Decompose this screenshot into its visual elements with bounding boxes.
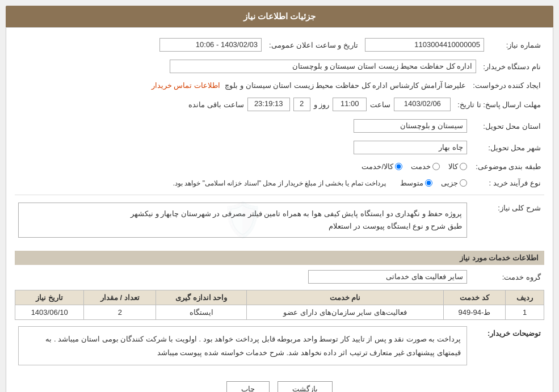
ijad-konande-label: ایجاد کننده درخواست: (469, 79, 544, 91)
remaining-label: ساعت باقی مانده (188, 100, 243, 109)
tabaghe-kala-khedmat-radio[interactable] (395, 163, 402, 170)
table-cell-5: 1403/06/10 (15, 305, 84, 320)
shahr-label: شهر محل تحویل: (470, 139, 544, 156)
col-tedad: تعداد / مقدار (84, 290, 156, 305)
name-dasgah-value: اداره کل حفاظت محیط زیست استان سیستان و … (170, 60, 476, 73)
contact-link[interactable]: اطلاعات تماس خریدار (152, 81, 220, 90)
mohlat-label: مهلت ارسال پاسخ: تا تاریخ: (454, 96, 544, 113)
col-vahed: واحد اندازه گیری (156, 290, 247, 305)
taarikh-value: 1403/02/03 - 10:06 (159, 38, 262, 52)
table-cell-3: ایستگاه (156, 305, 247, 320)
sharh-kolli-box: 🛡️ پروژه حفظ و نگهداری دو ایستگاه پایش ک… (18, 203, 467, 238)
tabaghe-kala[interactable]: کالا (448, 162, 467, 171)
shahr-value: چاه بهار (354, 141, 467, 154)
name-dasgah-label: نام دستگاه خریدار: (480, 58, 544, 75)
col-name: نام خدمت (247, 290, 444, 305)
sharh-kolli-value: پروژه حفظ و نگهداری دو ایستگاه پایش کیفی… (131, 209, 462, 230)
button-row: بازگشت چاپ (15, 381, 544, 392)
tabaghe-radio-group: کالا خدمت کالا/خدمت (18, 162, 467, 171)
date-value: 1403/02/06 (394, 98, 451, 111)
rooz-value: 2 (293, 98, 310, 111)
tawzih-label: توضیحات خریدار: (470, 324, 544, 373)
shomara-niaz-value: 1103004410000005 (365, 38, 484, 52)
saat-value: 11:00 (333, 98, 367, 111)
nooe-jozii[interactable]: جزیی (441, 179, 467, 187)
tabaghe-label: طبقه بندی موضوعی: (470, 161, 544, 172)
tabaghe-kala-khedmat[interactable]: کالا/خدمت (362, 162, 402, 171)
page-title: جزئیات اطلاعات نیاز (243, 11, 316, 21)
saat-label: ساعت (370, 100, 390, 109)
ostan-label: استان محل تحویل: (470, 117, 544, 134)
col-tarikh: تاریخ نیاز (15, 290, 84, 305)
nooe-farayand-label: نوع فرآیند خرید : (470, 177, 544, 189)
taarikh-label: تاریخ و ساعت اعلان عمومی: (265, 36, 362, 53)
page-header: جزئیات اطلاعات نیاز (6, 6, 553, 27)
nooe-jozii-radio[interactable] (460, 179, 467, 187)
gorooh-khedmat-value: سایر فعالیت های خدماتی (308, 270, 467, 284)
nooe-farayand-group: جزیی متوسط پرداخت تمام یا بخشی از مبلغ خ… (18, 179, 467, 187)
table-row: 1ط-94-949فعالیت‌های سایر سازمان‌های دارا… (15, 305, 544, 320)
ijad-konande-value: علیرضا آرامش کارشناس اداره کل حفاظت محیط… (225, 81, 466, 90)
col-kod: کد خدمت (443, 290, 505, 305)
tabaghe-khedmat-radio[interactable] (432, 163, 440, 170)
rooz-label: روز و (314, 100, 330, 109)
back-button[interactable]: بازگشت (278, 381, 333, 392)
shomara-niaz-label: شماره نیاز: (487, 36, 544, 53)
tawzih-value: پرداخت به صورت نقد و پس از تایید کار توس… (45, 335, 461, 356)
sharh-kolli-label: شرح کلی نیاز: (470, 201, 544, 245)
ostan-value: سیستان و بلوچستان (354, 119, 467, 133)
col-radif: ردیف (506, 290, 544, 305)
table-cell-2: فعالیت‌های سایر سازمان‌های دارای عضو (247, 305, 444, 320)
nooe-description: پرداخت تمام یا بخشی از مبلغ خریدار از مح… (173, 179, 386, 187)
tabaghe-kala-radio[interactable] (460, 163, 467, 170)
gorooh-khedmat-label: گروه خدمت: (470, 268, 544, 285)
khadamat-section-header: اطلاعات خدمات مورد نیاز (15, 251, 544, 265)
tawzih-box: پرداخت به صورت نقد و پس از تایید کار توس… (18, 326, 467, 365)
services-table: ردیف کد خدمت نام خدمت واحد اندازه گیری ت… (15, 290, 544, 320)
table-cell-0: 1 (506, 305, 544, 320)
tabaghe-khedmat[interactable]: خدمت (411, 162, 440, 171)
table-cell-1: ط-94-949 (443, 305, 505, 320)
print-button[interactable]: چاپ (226, 381, 270, 392)
remaining-value: 23:19:13 (247, 98, 290, 111)
nooe-motavaset[interactable]: متوسط (400, 179, 432, 187)
table-cell-4: 2 (84, 305, 156, 320)
nooe-motavaset-radio[interactable] (425, 179, 432, 187)
